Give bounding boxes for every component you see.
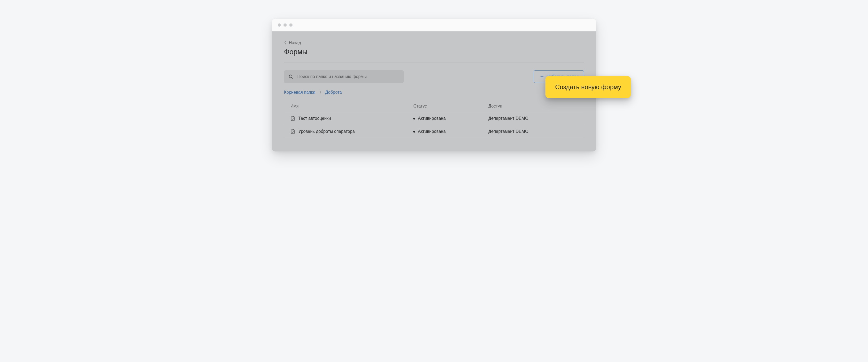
back-label: Назад [289,40,301,45]
breadcrumb-current[interactable]: Доброта [325,90,342,95]
row-name: Уровень доброты оператора [299,129,355,134]
status-cell: Активирована [413,116,480,121]
svg-rect-6 [291,130,294,134]
search-icon [288,74,293,79]
chevron-right-icon [319,91,321,94]
breadcrumb-root[interactable]: Корневая папка [284,90,315,95]
plus-icon [540,75,544,79]
toolbar: Добавить папку [284,70,584,83]
row-access: Департамент DEMO [482,125,584,138]
svg-rect-4 [291,117,294,120]
row-status: Активирована [418,116,445,121]
table-header-row: Имя Статус Доступ [284,101,584,112]
row-status: Активирована [418,129,445,134]
clipboard-icon [290,129,295,134]
svg-line-1 [292,78,293,79]
table-row[interactable]: Тест автооценкиАктивированаДепартамент D… [284,112,584,125]
name-cell: Уровень доброты оператора [290,129,405,134]
col-header-access: Доступ [482,101,584,112]
chevron-left-icon [284,41,287,45]
app-window: Назад Формы Доб [272,19,596,151]
traffic-light-minimize[interactable] [283,23,287,27]
traffic-light-close[interactable] [278,23,281,27]
page-title: Формы [284,48,584,56]
search-box[interactable] [284,70,404,83]
forms-table: Имя Статус Доступ Тест автооценкиАктивир… [284,101,584,138]
row-name: Тест автооценки [299,116,331,121]
name-cell: Тест автооценки [290,116,405,121]
clipboard-icon [290,116,295,121]
window-titlebar [272,19,596,31]
col-header-status: Статус [407,101,482,112]
status-dot-icon [413,131,415,133]
outer-card: Назад Формы Доб [232,8,636,162]
traffic-light-maximize[interactable] [289,23,292,27]
status-dot-icon [413,118,415,119]
row-access: Департамент DEMO [482,112,584,125]
breadcrumb: Корневая папка Доброта [284,90,584,95]
svg-point-0 [289,75,292,78]
search-input[interactable] [297,74,399,79]
status-cell: Активирована [413,129,480,134]
col-header-name: Имя [284,101,407,112]
create-form-button[interactable]: Создать новую форму [546,76,631,98]
divider [284,62,584,63]
back-link[interactable]: Назад [284,40,301,45]
table-row[interactable]: Уровень доброты оператораАктивированаДеп… [284,125,584,138]
